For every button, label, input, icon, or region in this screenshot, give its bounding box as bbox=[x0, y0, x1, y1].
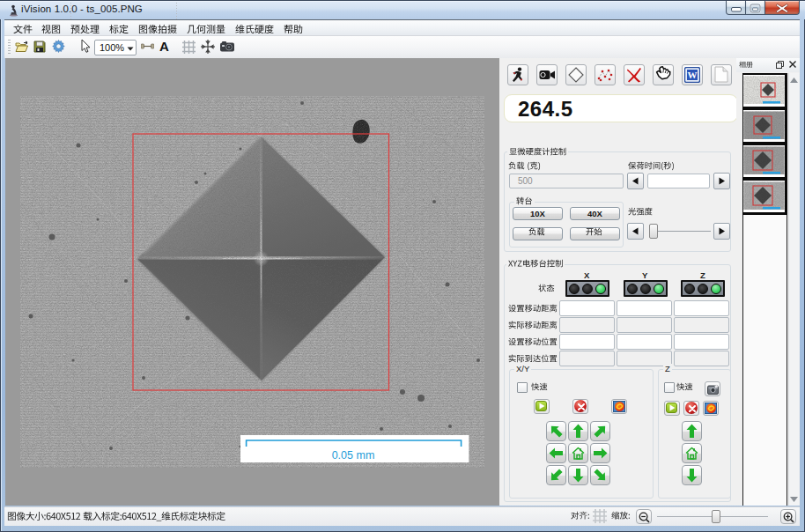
svg-text:W: W bbox=[688, 70, 698, 80]
svg-text:0.05 mm: 0.05 mm bbox=[332, 449, 375, 462]
